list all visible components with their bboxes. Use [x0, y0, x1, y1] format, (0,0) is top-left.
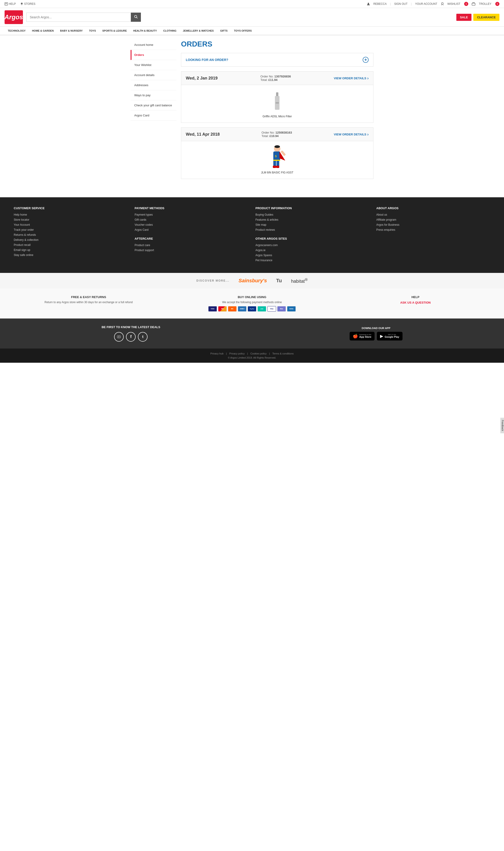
- footer-link-features[interactable]: Features & articles: [255, 218, 370, 221]
- order-info-2: Order No: 1250838163 Total: £10.94: [262, 131, 292, 138]
- order-header-1: Wed, 2 Jan 2019 Order No: 1307926836 Tot…: [181, 72, 373, 85]
- svg-point-12: [274, 145, 280, 148]
- footer-legal: Privacy hub | Privacy policy | Cookies p…: [0, 348, 504, 363]
- nav-toys-offers[interactable]: TOYS OFFERS: [231, 26, 255, 35]
- privacy-hub-link[interactable]: Privacy hub: [210, 352, 223, 355]
- app-store-button[interactable]: 🍎 Download on the App Store: [349, 332, 375, 341]
- nav-toys[interactable]: TOYS: [86, 26, 99, 35]
- footer-link-product-care[interactable]: Product care: [135, 243, 249, 247]
- twitter-icon[interactable]: t: [138, 332, 147, 342]
- footer-link-argos-card[interactable]: Argos Card: [135, 228, 249, 231]
- wishlist-link[interactable]: WISHLIST: [447, 2, 461, 5]
- ask-question-link[interactable]: ASK US A QUESTION: [400, 301, 431, 304]
- account-link[interactable]: YOUR ACCOUNT: [415, 2, 437, 5]
- svg-point-4: [368, 3, 369, 4]
- sidebar-item-gift-card[interactable]: Check your gift card balance: [130, 101, 176, 110]
- copyright: © Argos Limited 2019. All Rights Reserve…: [4, 356, 500, 359]
- footer-about: ABOUT ARGOS About us Affiliate program A…: [376, 206, 490, 264]
- search-input[interactable]: [26, 13, 131, 22]
- footer-link-reviews[interactable]: Product reviews: [255, 228, 370, 231]
- footer-link-spares[interactable]: Argos Spares: [255, 254, 370, 257]
- footer-link-stay-safe[interactable]: Stay safe online: [14, 253, 128, 257]
- view-order-link-1[interactable]: VIEW ORDER DETAILS: [334, 76, 368, 81]
- privacy-policy-link[interactable]: Privacy policy: [229, 352, 245, 355]
- looking-for-order-bar[interactable]: LOOKING FOR AN ORDER? +: [181, 53, 374, 67]
- order-no-label-1: Order No: 1307926836: [260, 75, 291, 78]
- clearance-button[interactable]: CLEARANCE: [473, 14, 500, 21]
- footer-link-pet[interactable]: Pet Insurance: [255, 259, 370, 262]
- footer-link-gift-cards[interactable]: Gift cards: [135, 218, 249, 221]
- sainsburys-logo[interactable]: Sainsbury's: [238, 278, 267, 284]
- nav-sports[interactable]: SPORTS & LEISURE: [99, 26, 130, 35]
- search-button[interactable]: [131, 13, 141, 22]
- footer-link-your-account[interactable]: Your Account: [14, 223, 128, 227]
- sidebar-item-account-details[interactable]: Account details: [130, 70, 176, 80]
- google-play-label: Google Play: [385, 336, 399, 338]
- buy-online-col: BUY ONLINE USING We accept the following…: [173, 295, 331, 312]
- sidebar-item-argos-card[interactable]: Argos Card: [130, 110, 176, 121]
- order-no-value-2: 1250838163: [275, 131, 292, 134]
- nav-home-garden[interactable]: HOME & GARDEN: [29, 26, 57, 35]
- order-item-superman: S JLM 6IN BASIC: [181, 141, 373, 179]
- nav-gifts[interactable]: GIFTS: [217, 26, 231, 35]
- nav-clothing[interactable]: CLOTHING: [160, 26, 180, 35]
- nav-technology[interactable]: TECHNOLOGY: [4, 26, 29, 35]
- sidebar-item-addresses[interactable]: Addresses: [130, 80, 176, 90]
- footer-link-payment-types[interactable]: Payment types: [135, 213, 249, 216]
- footer-link-help-home[interactable]: Help home: [14, 213, 128, 216]
- discover-text: DISCOVER MORE...: [196, 279, 229, 282]
- footer-payment: PAYMENT METHODS Payment types Gift cards…: [135, 206, 249, 264]
- payment-icon-mc2: MC: [228, 306, 237, 312]
- page-title: ORDERS: [181, 40, 374, 48]
- footer-link-store-locator[interactable]: Store locator: [14, 218, 128, 221]
- sidebar-item-orders[interactable]: Orders: [130, 50, 176, 60]
- sale-button[interactable]: SALE: [456, 14, 472, 21]
- sidebar-item-wishlist[interactable]: Your Wishlist: [130, 60, 176, 70]
- youtube-icon[interactable]: [114, 332, 124, 342]
- footer-link-careers[interactable]: Argoscareers.com: [255, 243, 370, 247]
- facebook-icon[interactable]: f: [126, 332, 136, 342]
- footer-bottom-info: FREE & EASY RETURNS Return to any Argos …: [0, 289, 504, 319]
- footer-link-argosie[interactable]: Argos.ie: [255, 249, 370, 252]
- order-header-2: Wed, 11 Apr 2018 Order No: 1250838163 To…: [181, 128, 373, 141]
- footer-other-heading: OTHER ARGOS SITES: [255, 237, 370, 240]
- sidebar-item-account-home[interactable]: Account home: [130, 40, 176, 50]
- view-order-link-2[interactable]: VIEW ORDER DETAILS: [334, 132, 368, 137]
- sidebar-item-ways-to-pay[interactable]: Ways to pay: [130, 90, 176, 101]
- footer-link-affiliate[interactable]: Affiliate program: [376, 218, 490, 221]
- footer-link-recall[interactable]: Product recall: [14, 243, 128, 247]
- svg-rect-5: [472, 3, 475, 5]
- nav-baby-nursery[interactable]: BABY & NURSERY: [57, 26, 86, 35]
- order-items-2: S JLM 6IN BASIC: [181, 141, 373, 179]
- footer-link-track-order[interactable]: Track your order: [14, 228, 128, 231]
- footer-link-voucher-codes[interactable]: Voucher codes: [135, 223, 249, 227]
- svg-rect-21: [273, 160, 280, 161]
- footer-link-delivery[interactable]: Delivery & collection: [14, 238, 128, 241]
- help-title: HELP: [336, 295, 495, 299]
- sign-out-link[interactable]: SIGN OUT: [394, 2, 408, 5]
- argos-logo[interactable]: Argos: [4, 10, 23, 24]
- nav-health-beauty[interactable]: HEALTH & BEAUTY: [130, 26, 160, 35]
- footer-link-product-support[interactable]: Product support: [135, 249, 249, 252]
- payment-icons: VISA MC MC AMEX PayPal LINK Visa Mae Del…: [173, 306, 331, 312]
- footer-link-business[interactable]: Argos for Business: [376, 223, 490, 227]
- tu-logo[interactable]: Tu: [276, 278, 282, 284]
- habitat-logo[interactable]: habitat®: [291, 277, 307, 284]
- footer-link-buying-guides[interactable]: Buying Guides: [255, 213, 370, 216]
- user-name[interactable]: REBECCA: [374, 2, 387, 5]
- buy-online-text: We accept the following payment methods …: [173, 301, 331, 304]
- help-link[interactable]: HELP: [4, 2, 16, 5]
- footer-link-returns[interactable]: Returns & refunds: [14, 233, 128, 236]
- footer-link-about-us[interactable]: About us: [376, 213, 490, 216]
- trolley-link[interactable]: TROLLEY: [479, 2, 491, 5]
- terms-link[interactable]: Terms & conditions: [272, 352, 294, 355]
- stores-link[interactable]: STORES: [20, 2, 35, 5]
- footer-link-email-signup[interactable]: Email sign up: [14, 248, 128, 252]
- looking-order-text: LOOKING FOR AN ORDER?: [186, 58, 228, 62]
- google-play-button[interactable]: ▶ GET IT ON Google Play: [377, 332, 402, 341]
- payment-icon-visa2: Visa: [267, 306, 276, 312]
- cookies-policy-link[interactable]: Cookies policy: [250, 352, 267, 355]
- nav-jewellery[interactable]: JEWELLERY & WATCHES: [180, 26, 217, 35]
- footer-link-press[interactable]: Press enquiries: [376, 228, 490, 231]
- footer-link-sitemap[interactable]: Site map: [255, 223, 370, 227]
